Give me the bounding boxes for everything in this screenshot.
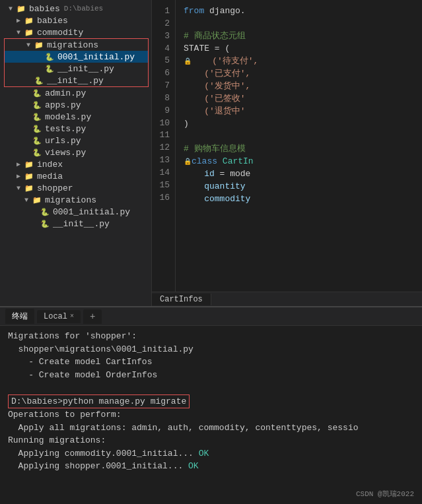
python-icon: [32, 111, 42, 122]
tree-label-babies: babies: [37, 16, 68, 26]
folder-icon: [24, 159, 34, 170]
tree-label-index: index: [37, 160, 63, 170]
tree-item-shopper[interactable]: shopper: [0, 182, 151, 194]
tree-item-babies-root[interactable]: babies D:\babies: [0, 3, 151, 15]
tree-item-shopper-init[interactable]: __init__.py: [0, 218, 151, 230]
folder-icon: [32, 195, 42, 205]
tree-item-migrations[interactable]: migrations: [5, 39, 148, 51]
folder-icon: [24, 183, 34, 193]
tree-label-admin: admin.py: [45, 88, 86, 98]
terminal-line: Applying commodity.0001_initial... OK: [8, 447, 414, 460]
arrow-icon: [21, 197, 32, 204]
tree-label-shopper-init: __init__.py: [53, 219, 110, 229]
tree-item-tests[interactable]: tests.py: [0, 123, 151, 135]
folder-icon: [16, 3, 26, 14]
tree-item-urls[interactable]: urls.py: [0, 135, 151, 146]
terminal-new-tab-button[interactable]: +: [83, 309, 102, 324]
arrow-icon: [13, 160, 24, 168]
arrow-icon: [13, 16, 24, 24]
folder-icon: [24, 171, 34, 181]
code-lines: from django. # 商品状态元组 STATE = ( 🔒 ('待支付'…: [176, 0, 422, 292]
tree-label-media: media: [37, 172, 63, 181]
tree-label-urls: urls.py: [45, 136, 81, 146]
terminal: 终端 Local × + Migrations for 'shopper': s…: [0, 306, 422, 504]
terminal-line: Apply all migrations: admin, auth, commo…: [8, 422, 414, 435]
tree-item-models[interactable]: models.py: [0, 111, 151, 123]
arrow-icon: [13, 172, 24, 180]
plus-icon: +: [90, 311, 95, 322]
terminal-tab-terminal[interactable]: 终端: [5, 309, 34, 324]
arrow-icon: [13, 29, 24, 36]
tree-label-models: models.py: [45, 112, 91, 122]
arrow-icon: [5, 5, 16, 13]
tree-label-commodity: commodity: [37, 28, 83, 38]
terminal-line: Migrations for 'shopper':: [8, 330, 414, 343]
python-icon: [32, 135, 42, 146]
python-icon: [34, 75, 44, 86]
terminal-line: Operations to perform:: [8, 408, 414, 422]
terminal-line: - Create model CartInfos: [8, 356, 414, 369]
folder-icon: [24, 27, 34, 38]
local-tab-label: Local: [44, 312, 67, 321]
terminal-tab-label: 终端: [12, 311, 28, 322]
tree-item-media[interactable]: media: [0, 170, 151, 182]
arrow-icon: [13, 185, 24, 192]
tree-item-0001-initial[interactable]: 0001_initial.py: [5, 51, 148, 63]
tree-item-shopper-0001[interactable]: 0001_initial.py: [0, 206, 151, 218]
terminal-blank: [8, 381, 414, 394]
python-icon: [32, 88, 42, 98]
terminal-command-line: D:\babies>python manage.py migrate: [8, 394, 414, 409]
close-icon[interactable]: ×: [70, 313, 74, 320]
tree-label-tests: tests.py: [45, 124, 86, 134]
editor-tab-cartinfos[interactable]: CartInfos: [152, 294, 211, 305]
python-icon: [40, 206, 50, 217]
terminal-line: shopper\migrations\0001_initial.py: [8, 343, 414, 356]
python-icon: [40, 218, 50, 229]
python-icon: [32, 147, 42, 158]
terminal-command: D:\babies>python manage.py migrate: [8, 394, 190, 409]
tree-label-init2: __init__.py: [47, 76, 104, 86]
python-icon: [44, 51, 55, 62]
tree-label-apps: apps.py: [45, 100, 81, 110]
tree-label-shopper-0001: 0001_initial.py: [53, 207, 130, 217]
tree-item-init-1[interactable]: __init__.py: [5, 63, 148, 75]
tree-label-migrations: migrations: [47, 40, 98, 50]
tree-label-shopper-migrations: migrations: [45, 195, 96, 205]
tree-item-index[interactable]: index: [0, 158, 151, 170]
file-tree: babies D:\babies babies commodity: [0, 0, 151, 232]
tree-label-views: views.py: [45, 148, 86, 158]
folder-icon: [34, 40, 44, 50]
terminal-tab-bar: 终端 Local × +: [0, 307, 422, 326]
tree-label-shopper: shopper: [37, 183, 73, 193]
terminal-line: Applying shopper.0001_initial... OK: [8, 460, 414, 473]
tree-item-babies[interactable]: babies: [0, 15, 151, 26]
tree-label-babies-root: babies: [29, 4, 60, 14]
python-icon: [44, 63, 55, 74]
folder-icon: [24, 15, 34, 26]
tree-item-init-2[interactable]: __init__.py: [5, 75, 148, 86]
python-icon: [32, 123, 42, 134]
python-icon: [32, 100, 42, 110]
editor-tab-bar: CartInfos: [152, 292, 422, 306]
code-editor: 1 2 3 4 5 6 7 8 9 10 11 12 13 14 15 16: [152, 0, 422, 306]
terminal-line: - Create model OrderInfos: [8, 369, 414, 382]
arrow-icon: [23, 42, 34, 49]
tree-label-init1: __init__.py: [57, 64, 114, 74]
tree-item-shopper-migrations[interactable]: migrations: [0, 194, 151, 206]
tree-path: D:\babies: [64, 5, 103, 13]
file-explorer: babies D:\babies babies commodity: [0, 0, 152, 306]
tree-item-apps[interactable]: apps.py: [0, 99, 151, 111]
tree-item-views[interactable]: views.py: [0, 146, 151, 158]
terminal-tab-local[interactable]: Local ×: [37, 310, 81, 323]
tree-item-commodity[interactable]: commodity: [0, 26, 151, 38]
line-numbers: 1 2 3 4 5 6 7 8 9 10 11 12 13 14 15 16: [152, 0, 176, 292]
tree-label-0001: 0001_initial.py: [57, 52, 135, 62]
tree-item-admin[interactable]: admin.py: [0, 87, 151, 99]
watermark: CSDN @凯瑞2022: [356, 489, 414, 499]
terminal-content: Migrations for 'shopper': shopper\migrat…: [0, 326, 422, 504]
terminal-line: Running migrations:: [8, 434, 414, 447]
